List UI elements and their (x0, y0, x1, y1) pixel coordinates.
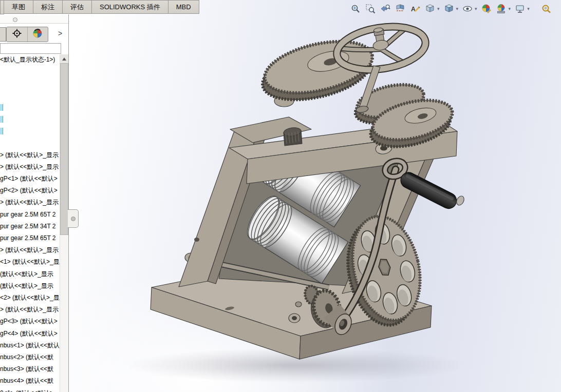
tree-item[interactable]: <1> (默认<<默认>_显 (0, 257, 60, 268)
tree-item[interactable]: 0<1> (默认<<默认>_ (0, 388, 60, 392)
tree-item-label: > (默认<<默认>_显示 (0, 306, 59, 313)
dropdown-caret-icon[interactable]: ▾ (437, 6, 440, 11)
section-view-icon[interactable] (394, 3, 406, 15)
tree-item[interactable]: (默认<<默认>_显示 (0, 281, 60, 292)
tree-item-label: > (默认<<默认>_显示 (0, 163, 59, 170)
tree-item-label: <默认_显示状态-1>) (0, 56, 55, 63)
tree-item-label: nbus<1> (默认<<默认 (0, 342, 60, 349)
options-dot-icon (13, 17, 17, 22)
panel-mini-row (0, 15, 68, 24)
zoom-to-fit-icon[interactable] (349, 3, 362, 15)
tree-item-label: nbus<2> (默认<<默 (0, 354, 53, 361)
tree-item-label: pur gear 2.5M 65T 2 (0, 211, 56, 218)
model-viewport-3d[interactable] (0, 0, 561, 392)
tree-item[interactable]: nbus<4> (默认<<默 (0, 376, 60, 387)
tree-item[interactable]: pur gear 2.5M 65T 2 (0, 209, 60, 221)
tree-item-label: nbus<4> (默认<<默 (0, 377, 53, 384)
tree-item[interactable]: > (默认<<默认>_显示 (0, 304, 60, 316)
tree-item[interactable]: nbus<3> (默认<<默 (0, 364, 60, 376)
command-manager-tabs: 草图标注评估SOLIDWORKS 插件MBD (0, 0, 199, 14)
tree-item-label: 0<1> (默认<<默认>_ (0, 389, 57, 392)
panel-expand-button[interactable]: > (55, 28, 65, 39)
view-orientation-icon[interactable] (424, 3, 436, 15)
zoom-to-area-icon[interactable] (364, 3, 377, 15)
splitter-dot-icon (71, 217, 76, 221)
command-tab[interactable]: 标注 (33, 0, 63, 14)
command-tab[interactable]: 评估 (62, 0, 92, 14)
panel-splitter-handle[interactable] (68, 209, 79, 228)
dropdown-caret-icon[interactable]: ▾ (509, 6, 511, 11)
dynamic-annotation-views-icon[interactable]: A (409, 3, 421, 15)
tree-item-label: gP<3> (默认<<默认> (0, 318, 58, 325)
part-icon-fragment (0, 128, 3, 134)
feature-manager-tab-partial-icon[interactable] (0, 27, 6, 42)
display-style-icon[interactable] (443, 3, 455, 15)
tree-item[interactable]: > (默认<<默认>_显示 (0, 162, 60, 173)
tree-item[interactable]: nbus<1> (默认<<默认 (0, 340, 60, 352)
edit-appearance-icon[interactable] (480, 3, 493, 15)
tree-item-label: > (默认<<默认>_显示 (0, 151, 59, 159)
tree-item (0, 138, 60, 149)
tree-item-label: gP<2> (默认<<默认> (0, 187, 58, 194)
tree-item (0, 66, 60, 78)
tree-item[interactable]: (默认<<默认>_显示 (0, 269, 60, 281)
tree-item[interactable]: gP<3> (默认<<默认> (0, 316, 60, 328)
graphics-area[interactable] (0, 0, 561, 392)
headsup-view-toolbar: A▾▾▾▾▾ (349, 3, 553, 15)
magnify-icon[interactable] (540, 3, 553, 15)
command-tab[interactable]: 草图 (4, 0, 33, 14)
crosshair-icon (12, 28, 22, 41)
feature-manager-panel: > <默认_显示状态-1>)> (默认<<默认>_显示> (默认<<默认>_显示… (0, 14, 69, 392)
display-manager-tab[interactable] (28, 27, 48, 42)
color-ball-icon (32, 28, 43, 41)
previous-view-icon[interactable] (379, 3, 391, 15)
tree-item[interactable]: gP<2> (默认<<默认> (0, 185, 60, 197)
tree-item-label: pur gear 2.5M 34T 2 (0, 223, 56, 230)
tree-item[interactable] (0, 126, 60, 138)
dropdown-caret-icon[interactable]: ▾ (527, 6, 530, 11)
apply-scene-icon[interactable] (495, 3, 508, 15)
tree-item-label: gP<4> (默认<<默认> (0, 330, 58, 337)
command-tab[interactable]: MBD (168, 0, 199, 14)
tree-item[interactable]: gP<1> (默认<<默认> (0, 173, 60, 185)
tree-item[interactable]: <2> (默认<<默认>_显 (0, 292, 60, 304)
tree-item[interactable]: pur gear 2.5M 34T 2 (0, 221, 60, 233)
view-settings-icon[interactable] (514, 3, 526, 15)
tree-item[interactable]: > (默认<<默认>_显示 (0, 150, 60, 162)
tree-item-label: gP<1> (默认<<默认> (0, 175, 58, 182)
tree-item-label: nbus<3> (默认<<默 (0, 365, 53, 373)
svg-text:A: A (411, 6, 416, 13)
dropdown-caret-icon[interactable]: ▾ (475, 6, 477, 11)
part-icon-fragment (0, 116, 3, 123)
tree-item-label: > (默认<<默认>_显示 (0, 246, 59, 253)
tree-item-label: <2> (默认<<默认>_显 (0, 294, 60, 301)
tree-scrollbar[interactable] (60, 54, 68, 392)
dropdown-caret-icon[interactable]: ▾ (456, 6, 459, 11)
tree-item (0, 90, 60, 102)
tree-item[interactable]: pur gear 2.5M 65T 2 (0, 233, 60, 245)
command-tab[interactable]: SOLIDWORKS 插件 (91, 0, 169, 14)
hide-show-items-icon[interactable] (461, 3, 474, 15)
tree-item[interactable] (0, 102, 60, 114)
tree-item[interactable]: nbus<2> (默认<<默 (0, 352, 60, 364)
tree-item[interactable] (0, 114, 60, 126)
part-icon-fragment (0, 104, 3, 111)
feature-tree: <默认_显示状态-1>)> (默认<<默认>_显示> (默认<<默认>_显示gP… (0, 54, 60, 392)
scrollbar-up-arrow-icon[interactable] (60, 54, 68, 63)
tree-item (0, 78, 60, 90)
tree-item[interactable]: gP<4> (默认<<默认> (0, 328, 60, 340)
tree-item-label: (默认<<默认>_显示 (0, 270, 53, 278)
tree-item-label: <1> (默认<<默认>_显 (0, 258, 60, 265)
tree-item-label: (默认<<默认>_显示 (0, 282, 53, 289)
tree-item-label: pur gear 2.5M 65T 2 (0, 234, 56, 242)
scrollbar-thumb[interactable] (60, 63, 68, 235)
tree-item[interactable]: > (默认<<默认>_显示 (0, 197, 60, 209)
tree-item[interactable]: <默认_显示状态-1>) (0, 54, 60, 66)
property-manager-tab[interactable] (7, 27, 28, 42)
tree-item-label: > (默认<<默认>_显示 (0, 199, 59, 206)
panel-tab-strip: > (0, 25, 68, 42)
tree-filter-input[interactable] (0, 43, 61, 54)
tree-item[interactable]: > (默认<<默认>_显示 (0, 245, 60, 257)
